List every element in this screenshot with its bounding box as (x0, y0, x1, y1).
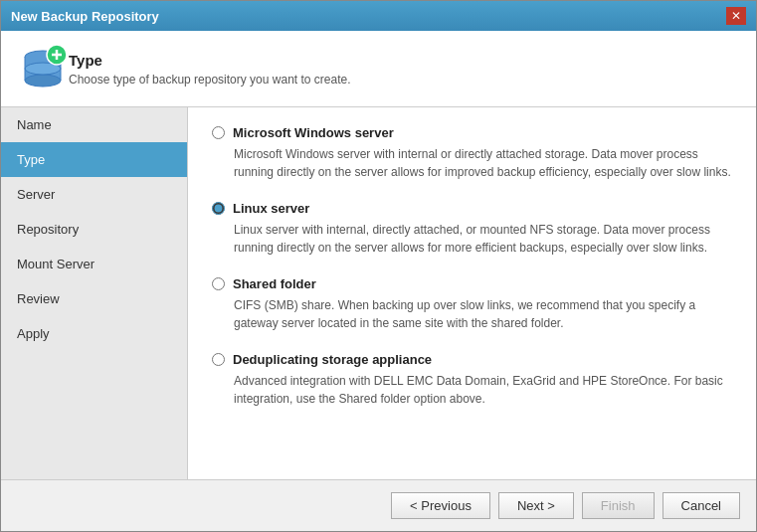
svg-point-2 (25, 75, 61, 87)
main-content: Microsoft Windows serverMicrosoft Window… (188, 107, 756, 479)
header-desc: Choose type of backup repository you wan… (69, 73, 351, 87)
footer: < Previous Next > Finish Cancel (1, 479, 756, 531)
option-desc-opt-windows: Microsoft Windows server with internal o… (234, 145, 732, 181)
sidebar: NameTypeServerRepositoryMount ServerRevi… (1, 107, 188, 479)
cancel-button[interactable]: Cancel (662, 492, 740, 519)
option-title-opt-windows: Microsoft Windows server (233, 125, 394, 140)
sidebar-item-mount-server[interactable]: Mount Server (1, 247, 187, 281)
option-group-opt-dedup: Deduplicating storage applianceAdvanced … (212, 352, 732, 408)
option-group-opt-linux: Linux serverLinux server with internal, … (212, 201, 732, 257)
sidebar-item-repository[interactable]: Repository (1, 212, 187, 247)
option-group-opt-windows: Microsoft Windows serverMicrosoft Window… (212, 125, 732, 181)
content-area: NameTypeServerRepositoryMount ServerRevi… (1, 107, 756, 479)
database-icon (17, 43, 69, 94)
radio-opt-linux[interactable] (212, 202, 225, 215)
option-label-opt-dedup[interactable]: Deduplicating storage appliance (212, 352, 732, 367)
option-title-opt-linux: Linux server (233, 201, 309, 216)
header-title: Type (69, 52, 351, 69)
dialog-title: New Backup Repository (11, 9, 159, 24)
radio-opt-shared[interactable] (212, 277, 225, 290)
dialog-window: New Backup Repository ✕ Type Choose type… (0, 0, 757, 532)
header-section: Type Choose type of backup repository yo… (1, 31, 756, 107)
radio-opt-windows[interactable] (212, 126, 225, 139)
header-text: Type Choose type of backup repository yo… (69, 52, 351, 87)
close-button[interactable]: ✕ (726, 7, 746, 25)
option-title-opt-dedup: Deduplicating storage appliance (233, 352, 432, 367)
title-bar: New Backup Repository ✕ (1, 1, 756, 31)
option-desc-opt-linux: Linux server with internal, directly att… (234, 221, 732, 257)
radio-opt-dedup[interactable] (212, 353, 225, 366)
option-group-opt-shared: Shared folderCIFS (SMB) share. When back… (212, 276, 732, 332)
option-label-opt-shared[interactable]: Shared folder (212, 276, 732, 291)
sidebar-item-server[interactable]: Server (1, 177, 187, 212)
next-button[interactable]: Next > (498, 492, 574, 519)
option-label-opt-windows[interactable]: Microsoft Windows server (212, 125, 732, 140)
option-desc-opt-shared: CIFS (SMB) share. When backing up over s… (234, 296, 732, 332)
option-desc-opt-dedup: Advanced integration with DELL EMC Data … (234, 372, 732, 408)
sidebar-item-apply[interactable]: Apply (1, 316, 187, 351)
option-title-opt-shared: Shared folder (233, 276, 316, 291)
sidebar-item-name[interactable]: Name (1, 107, 187, 142)
sidebar-item-type[interactable]: Type (1, 142, 187, 177)
option-label-opt-linux[interactable]: Linux server (212, 201, 732, 216)
sidebar-item-review[interactable]: Review (1, 281, 187, 316)
finish-button[interactable]: Finish (582, 492, 655, 519)
previous-button[interactable]: < Previous (391, 492, 490, 519)
